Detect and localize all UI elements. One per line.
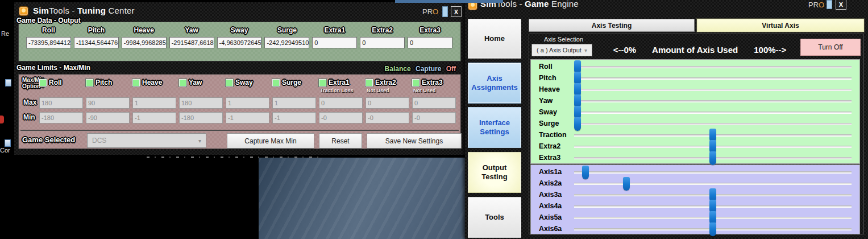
- slider-track[interactable]: [574, 167, 852, 178]
- slider-thumb[interactable]: [709, 222, 716, 236]
- slider-track[interactable]: [574, 178, 852, 189]
- minimize-button[interactable]: [827, 0, 832, 9]
- heave-output-field[interactable]: -9984,99682859: [122, 37, 167, 48]
- axis-option-roll: Roll: [39, 79, 83, 93]
- slider-track[interactable]: [574, 84, 852, 96]
- extra3-output-field[interactable]: 0: [408, 37, 452, 48]
- slider-track[interactable]: [574, 153, 852, 164]
- extra2-min-field[interactable]: -0: [366, 112, 409, 123]
- desktop-icon[interactable]: [5, 139, 11, 147]
- extra1-output-field[interactable]: 0: [312, 37, 357, 48]
- desktop-wallpaper-sky: [259, 158, 466, 239]
- extra1-min-field[interactable]: -0: [319, 112, 363, 123]
- close-button[interactable]: X: [451, 6, 462, 17]
- axis-option-extra1: Extra1Traction Loss: [319, 79, 363, 93]
- slider-label: Pitch: [539, 74, 556, 82]
- simtools-logo-icon: [19, 6, 28, 16]
- roll-output-field[interactable]: -73395,8944129: [26, 37, 71, 48]
- sway-min-field[interactable]: -1: [226, 112, 269, 123]
- slider-track[interactable]: [574, 189, 852, 201]
- title-section: Game: [525, 0, 549, 9]
- heave-checkbox[interactable]: [132, 79, 140, 86]
- slider-label: Sway: [539, 108, 557, 116]
- desktop-icon[interactable]: [5, 79, 11, 86]
- capture-off-status: Off: [446, 65, 456, 73]
- slider-track[interactable]: [574, 73, 852, 84]
- tab-virtual-axis[interactable]: Virtual Axis: [697, 19, 864, 32]
- game-selected-value: DCS: [92, 137, 106, 145]
- balance-label: Balance: [385, 65, 411, 73]
- output-slider-row-traction: Traction: [531, 130, 859, 141]
- sidebar-item-home[interactable]: Home: [468, 19, 521, 59]
- yaw-max-field[interactable]: 180: [179, 97, 223, 109]
- extra2-max-field[interactable]: 0: [366, 97, 409, 109]
- extra2-output-field[interactable]: 0: [360, 37, 405, 48]
- sway-checkbox[interactable]: [226, 79, 233, 86]
- slider-track[interactable]: [574, 130, 852, 141]
- slider-track[interactable]: [574, 118, 852, 130]
- slider-track[interactable]: [574, 61, 852, 73]
- minimize-button[interactable]: [442, 6, 448, 17]
- tab-axis-testing[interactable]: Axis Testing: [529, 19, 695, 32]
- turn-off-button[interactable]: Turn Off: [800, 39, 861, 56]
- pitch-max-field[interactable]: 90: [86, 97, 130, 109]
- pitch-min-field[interactable]: -90: [86, 112, 130, 123]
- slider-thumb[interactable]: [574, 117, 581, 131]
- roll-checkbox[interactable]: [39, 79, 47, 86]
- save-new-settings-button[interactable]: Save New Settings: [367, 133, 462, 149]
- axis-sub-label: Not Used: [413, 88, 436, 93]
- slider-thumb[interactable]: [709, 151, 716, 165]
- slider-track[interactable]: [574, 107, 852, 118]
- extra3-checkbox[interactable]: [412, 79, 420, 86]
- extra2-checkbox[interactable]: [366, 79, 373, 86]
- slider-track[interactable]: [574, 96, 852, 107]
- roll-max-field[interactable]: 180: [39, 97, 83, 109]
- yaw-min-field[interactable]: -180: [179, 112, 223, 123]
- desktop-icon[interactable]: [0, 116, 4, 123]
- game-limits-panel: Balance Capture Off Max/Min Option - Rol…: [18, 74, 461, 149]
- slider-thumb[interactable]: [582, 166, 589, 179]
- capture-max-min-button[interactable]: Capture Max Min: [227, 133, 314, 149]
- surge-checkbox[interactable]: [272, 79, 280, 86]
- slider-track[interactable]: [574, 201, 852, 212]
- heave-min-field[interactable]: -1: [132, 112, 176, 123]
- slider-thumb[interactable]: [623, 177, 630, 191]
- sidebar-item-output-testing[interactable]: Output Testing: [468, 152, 521, 193]
- extra1-max-field[interactable]: 0: [319, 97, 363, 109]
- heave-max-field[interactable]: 1: [132, 97, 176, 109]
- sidebar-item-tools[interactable]: Tools: [468, 197, 521, 238]
- slider-track[interactable]: [574, 141, 852, 153]
- sidebar-item-axis-assignments[interactable]: Axis Assignments: [468, 63, 521, 104]
- virtual-slider-row-axis1a: Axis1a: [531, 167, 859, 178]
- extra3-min-field[interactable]: -0: [412, 112, 456, 123]
- slider-track[interactable]: [574, 212, 852, 224]
- virtual-slider-row-axis5a: Axis5a: [531, 212, 859, 224]
- game-selected-dropdown[interactable]: DCS ▾: [87, 133, 206, 148]
- sidebar-item-interface-settings[interactable]: Interface Settings: [468, 107, 521, 148]
- axis-selection-label: Axis Selection: [544, 36, 583, 43]
- yaw-checkbox[interactable]: [179, 79, 186, 86]
- sway-max-field[interactable]: 1: [226, 97, 269, 109]
- yaw-output-field[interactable]: -2915487,66189: [169, 37, 214, 48]
- checkbox-label: Extra2: [375, 79, 396, 86]
- column-label-roll: Roll: [26, 26, 71, 34]
- reset-button[interactable]: Reset: [319, 133, 362, 149]
- surge-max-field[interactable]: 1: [272, 97, 316, 109]
- axis-checkbox-row: RollPitchHeaveYawSwaySurgeExtra1Traction…: [39, 79, 456, 93]
- checkbox-label: Sway: [235, 79, 253, 86]
- close-button[interactable]: X: [836, 0, 846, 10]
- axis-selection-dropdown[interactable]: ( a ) Axis Output ▾: [531, 44, 592, 56]
- pitch-output-field[interactable]: -11344,5644760: [74, 37, 119, 48]
- checkbox-label: Heave: [142, 79, 162, 86]
- extra1-checkbox[interactable]: [319, 79, 326, 86]
- slider-track[interactable]: [574, 224, 852, 235]
- max-row-label: Max: [23, 98, 36, 106]
- sway-output-field[interactable]: -4,96309726459: [217, 37, 262, 48]
- roll-min-field[interactable]: -180: [39, 112, 83, 123]
- pitch-checkbox[interactable]: [86, 79, 93, 86]
- extra3-max-field[interactable]: 0: [412, 97, 456, 109]
- column-label-extra2: Extra2: [360, 26, 405, 34]
- surge-min-field[interactable]: -1: [272, 112, 316, 123]
- amount-of-axis-used-caption: <--0% Amount of Axis Used 100%-->: [597, 43, 802, 56]
- surge-output-field[interactable]: -242,929495103: [264, 37, 309, 48]
